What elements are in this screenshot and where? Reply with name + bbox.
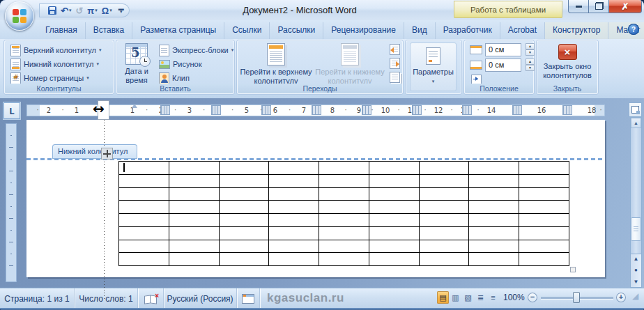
table-cell[interactable] [369,240,420,254]
spin-up-icon[interactable]: ▲ [526,43,535,49]
table-cell[interactable] [119,253,169,266]
view-draft-button[interactable]: ≡ [487,291,499,304]
table-cell[interactable] [369,253,420,266]
table-column-marker[interactable] [262,106,270,114]
table-cell[interactable] [519,240,569,254]
table-column-marker[interactable] [161,106,169,114]
tab-рассылки[interactable]: Рассылки [270,22,323,39]
indent-marker[interactable] [132,104,137,108]
quick-parts-button[interactable]: Экспресс-блоки ▾ [157,44,236,56]
table-cell[interactable] [119,175,169,188]
table-cell[interactable] [319,162,369,175]
tab-acrobat[interactable]: Acrobat [500,22,545,39]
window-resize-grip[interactable]: ◢ [632,291,642,301]
table-cell[interactable] [369,162,420,175]
table-cell[interactable] [119,188,169,201]
tab-ссылки[interactable]: Ссылки [224,22,270,39]
equation-button[interactable]: π▾ [85,6,99,16]
table-move-handle-icon[interactable] [102,148,112,159]
table-cell[interactable] [220,240,270,254]
table-cell[interactable] [269,240,319,254]
table-cell[interactable] [169,188,220,201]
header-button[interactable]: Верхний колонтитул ▾ [8,44,103,56]
scroll-up-button[interactable]: ▲ [631,118,641,128]
table-cell[interactable] [319,201,369,214]
table-cell[interactable] [369,175,420,188]
table-cell[interactable] [319,240,369,254]
table-cell[interactable] [420,162,470,175]
table-cell[interactable] [269,162,319,175]
clip-art-button[interactable]: Клип [157,72,192,84]
table-resize-handle[interactable] [570,267,576,272]
table-cell[interactable] [269,227,319,240]
table-cell[interactable] [319,214,369,227]
view-print-layout-button[interactable]: ▤ [437,291,449,304]
table-cell[interactable] [420,227,470,240]
table-cell[interactable] [319,175,369,188]
select-browse-object-button[interactable]: ● [634,268,638,273]
table-cell[interactable] [469,201,519,214]
table-cell[interactable] [519,201,569,214]
tab-рецензирование[interactable]: Рецензирование [323,22,404,39]
table-cell[interactable] [469,214,519,227]
tab-разметка страницы[interactable]: Разметка страницы [132,22,224,39]
zoom-slider-thumb[interactable] [573,292,580,303]
table-cell[interactable] [169,240,220,254]
table-cell[interactable] [420,240,470,254]
qat-customize-button[interactable]: ▬▾ [118,8,124,13]
spin-up-icon[interactable]: ▲ [526,59,535,65]
table-cell[interactable] [269,253,319,266]
view-outline-button[interactable]: ≣ [475,291,486,304]
macro-recording-button[interactable] [237,288,260,309]
tab-главная[interactable]: Главная [38,22,86,39]
table-cell[interactable] [220,227,270,240]
page-indicator[interactable]: Страница: 1 из 1 [0,288,75,309]
table-cell[interactable] [319,188,369,201]
horizontal-ruler[interactable]: 2112345678910111213141618···············… [26,104,605,116]
page-number-button[interactable]: Номер страницы ▾ [8,72,91,84]
footer-from-bottom-field[interactable]: 0 см [485,59,521,72]
office-button[interactable] [5,1,34,31]
table-column-marker[interactable] [413,106,421,114]
footer-from-bottom-spinner[interactable]: ▲▼ [526,59,535,71]
table-cell[interactable] [220,214,270,227]
tab-конструктор[interactable]: Конструктор [545,22,608,39]
document-table[interactable] [118,161,569,266]
zoom-level-label[interactable]: 100% [503,293,525,302]
table-cell[interactable] [119,201,169,214]
scrollbar-thumb[interactable] [631,217,641,241]
table-cell[interactable] [469,175,519,188]
table-cell[interactable] [220,175,270,188]
tab-разработчик[interactable]: Разработчик [436,22,500,39]
table-cell[interactable] [519,253,569,266]
tab-вид[interactable]: Вид [404,22,436,39]
restore-button[interactable] [589,0,609,13]
table-cell[interactable] [369,214,420,227]
table-cell[interactable] [169,175,220,188]
options-button[interactable]: Параметры ▾ [410,42,457,91]
table-cell[interactable] [519,188,569,201]
table-cell[interactable] [469,253,519,266]
table-cell[interactable] [220,253,270,266]
word-count-indicator[interactable]: Число слов: 1 [75,288,138,309]
table-cell[interactable] [519,162,569,175]
table-cell[interactable] [269,214,319,227]
table-cell[interactable] [220,162,270,175]
table-cell[interactable] [519,227,569,240]
language-indicator[interactable]: Русский (Россия) [164,288,237,309]
save-button[interactable] [46,6,59,16]
table-cell[interactable] [469,188,519,201]
table-cell[interactable] [469,240,519,254]
close-button[interactable]: ✗ [609,0,642,13]
ruler-toggle-button[interactable] [629,102,642,117]
table-cell[interactable] [420,175,470,188]
table-cell[interactable] [269,188,319,201]
table-cell[interactable] [420,253,470,266]
previous-page-button[interactable]: ▲ [634,256,639,262]
table-cell[interactable] [369,188,420,201]
table-cell[interactable] [119,162,169,175]
table-cell[interactable] [169,201,220,214]
table-cell[interactable] [369,227,420,240]
undo-button[interactable]: ↶▾ [59,6,73,16]
table-cell[interactable] [420,188,470,201]
